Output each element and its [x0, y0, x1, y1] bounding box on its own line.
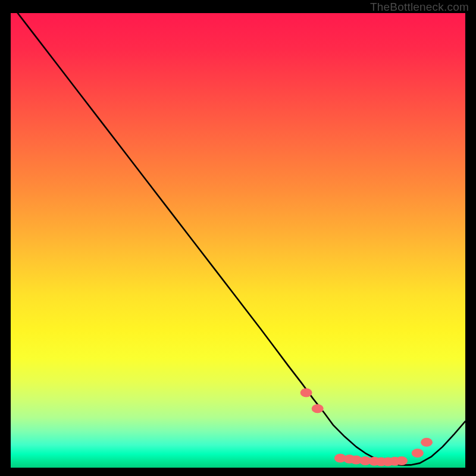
heatmap-gradient: [11, 13, 465, 468]
plot-area: [11, 13, 465, 468]
chart-container: TheBottleneck.com: [0, 0, 476, 476]
watermark-text: TheBottleneck.com: [370, 1, 469, 14]
